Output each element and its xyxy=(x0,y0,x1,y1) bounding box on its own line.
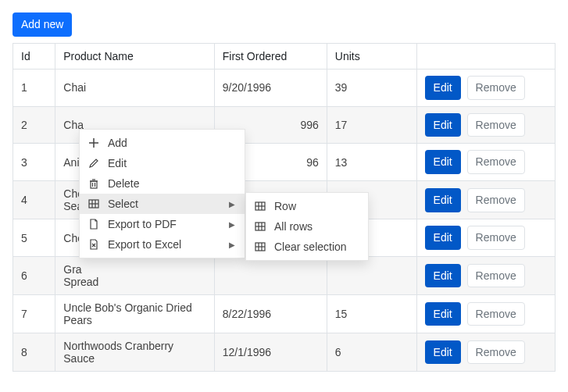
col-header-name[interactable]: Product Name xyxy=(55,43,215,69)
cell-actions: Edit Remove xyxy=(416,333,555,371)
ctx-item-add[interactable]: Add xyxy=(80,133,245,153)
table-row[interactable]: 8 Northwoods Cranberry Sauce 12/1/1996 6… xyxy=(13,333,555,371)
ctx-item-label: All rows xyxy=(274,220,313,233)
remove-button[interactable]: Remove xyxy=(467,340,525,365)
cell-units: 17 xyxy=(327,106,416,144)
ctx-item-label: Export to PDF xyxy=(108,218,177,230)
chevron-right-icon: ▶ xyxy=(229,220,235,229)
table-row[interactable]: 7 Uncle Bob's Organic Dried Pears 8/22/1… xyxy=(13,294,555,333)
cell-id: 3 xyxy=(13,144,55,181)
edit-button[interactable]: Edit xyxy=(425,188,461,212)
cell-date xyxy=(214,256,327,294)
ctx-item-delete[interactable]: Delete xyxy=(80,173,245,194)
context-menu[interactable]: Add Edit Delete Select ▶ xyxy=(79,129,245,258)
header-row: Id Product Name First Ordered Units xyxy=(13,43,555,69)
file-excel-icon xyxy=(88,238,100,251)
edit-button[interactable]: Edit xyxy=(425,302,461,326)
cell-actions: Edit Remove xyxy=(416,256,555,294)
file-pdf-icon xyxy=(88,218,100,230)
context-submenu-select[interactable]: Row All rows Clear selection xyxy=(245,192,369,261)
col-header-id[interactable]: Id xyxy=(13,43,55,69)
cell-date: 12/1/1996 xyxy=(214,333,327,371)
cell-units: 6 xyxy=(327,333,416,371)
cell-name: Uncle Bob's Organic Dried Pears xyxy=(55,294,215,333)
cell-id: 6 xyxy=(13,256,55,294)
remove-button[interactable]: Remove xyxy=(467,264,525,288)
edit-button[interactable]: Edit xyxy=(425,76,461,100)
cell-units: 39 xyxy=(327,69,416,106)
ctx-item-label: Edit xyxy=(108,157,127,169)
ctx-item-label: Delete xyxy=(108,177,139,190)
remove-button[interactable]: Remove xyxy=(467,226,525,250)
cell-id: 8 xyxy=(13,333,55,371)
ctx-item-select[interactable]: Select ▶ xyxy=(80,194,245,214)
col-header-date[interactable]: First Ordered xyxy=(214,43,327,69)
cell-id: 2 xyxy=(13,106,55,144)
col-header-actions xyxy=(416,43,555,69)
ctx-item-label: Export to Excel xyxy=(108,238,181,251)
ctx-item-export-pdf[interactable]: Export to PDF ▶ xyxy=(80,214,245,234)
col-header-units[interactable]: Units xyxy=(327,43,416,69)
table-row[interactable]: 1 Chai 9/20/1996 39 Edit Remove xyxy=(13,69,555,106)
cell-actions: Edit Remove xyxy=(416,294,555,333)
ctx-sub-item-all-rows[interactable]: All rows xyxy=(246,216,368,237)
chevron-right-icon: ▶ xyxy=(229,241,235,249)
cell-id: 7 xyxy=(13,294,55,333)
grid-icon xyxy=(254,220,266,233)
plus-icon xyxy=(88,137,100,149)
cell-date: 9/20/1996 xyxy=(214,69,327,106)
ctx-item-export-excel[interactable]: Export to Excel ▶ xyxy=(80,234,245,255)
remove-button[interactable]: Remove xyxy=(467,302,525,326)
chevron-right-icon: ▶ xyxy=(229,200,235,208)
ctx-item-label: Add xyxy=(108,137,127,149)
edit-button[interactable]: Edit xyxy=(425,340,461,365)
cell-actions: Edit Remove xyxy=(416,219,555,257)
cell-actions: Edit Remove xyxy=(416,144,555,181)
edit-button[interactable]: Edit xyxy=(425,113,461,137)
grid-icon xyxy=(254,241,266,253)
ctx-item-label: Clear selection xyxy=(274,241,347,253)
cell-id: 1 xyxy=(13,69,55,106)
ctx-item-label: Select xyxy=(108,198,138,210)
table-row[interactable]: 6 GraSpread Edit Remove xyxy=(13,256,555,294)
grid-icon xyxy=(254,200,266,212)
trash-icon xyxy=(88,177,100,190)
pencil-icon xyxy=(88,157,100,169)
edit-button[interactable]: Edit xyxy=(425,264,461,288)
cell-actions: Edit Remove xyxy=(416,181,555,219)
cell-name: GraSpread xyxy=(55,256,215,294)
cell-actions: Edit Remove xyxy=(416,69,555,106)
cell-id: 5 xyxy=(13,219,55,257)
cell-units: 15 xyxy=(327,294,416,333)
cell-name: Northwoods Cranberry Sauce xyxy=(55,333,215,371)
ctx-sub-item-clear[interactable]: Clear selection xyxy=(246,237,368,257)
edit-button[interactable]: Edit xyxy=(425,150,461,174)
cell-name: Chai xyxy=(55,69,215,106)
ctx-item-edit[interactable]: Edit xyxy=(80,153,245,173)
cell-units xyxy=(327,256,416,294)
cell-id: 4 xyxy=(13,181,55,219)
ctx-sub-item-row[interactable]: Row xyxy=(246,196,368,216)
ctx-item-label: Row xyxy=(274,200,296,212)
remove-button[interactable]: Remove xyxy=(467,76,525,100)
cell-units: 13 xyxy=(327,144,416,181)
svg-rect-2 xyxy=(91,181,97,188)
add-new-button[interactable]: Add new xyxy=(13,12,72,37)
remove-button[interactable]: Remove xyxy=(467,188,525,212)
remove-button[interactable]: Remove xyxy=(467,150,525,174)
remove-button[interactable]: Remove xyxy=(467,113,525,137)
table-cells-icon xyxy=(88,198,100,210)
edit-button[interactable]: Edit xyxy=(425,226,461,250)
cell-actions: Edit Remove xyxy=(416,106,555,144)
cell-date: 8/22/1996 xyxy=(214,294,327,333)
